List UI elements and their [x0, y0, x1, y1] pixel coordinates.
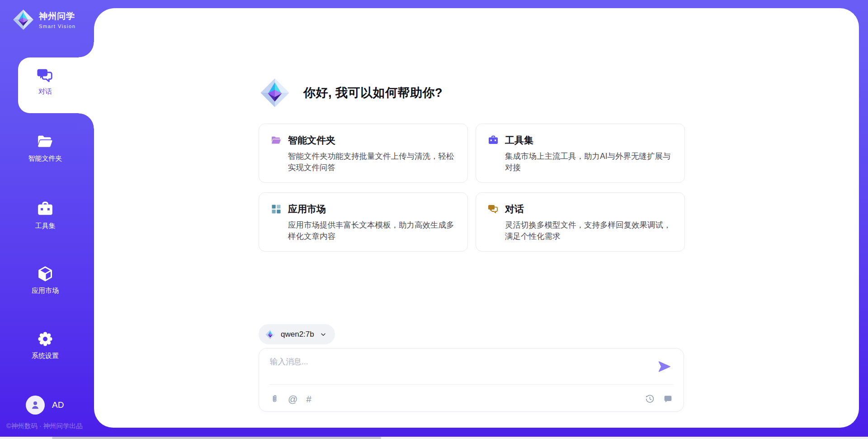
composer-divider	[269, 384, 674, 385]
sidebar-item-label: 应用市场	[32, 286, 59, 295]
sidebar-item-chat[interactable]: 对话	[18, 57, 94, 113]
card-description: 集成市场上主流工具，助力AI与外界无缝扩展与对接	[505, 151, 673, 174]
gem-diamond-icon	[13, 9, 34, 30]
sidebar-item-tools[interactable]: 工具集	[0, 200, 90, 230]
user-name: AD	[52, 400, 64, 410]
hash-icon: #	[306, 394, 311, 404]
gear-icon	[37, 330, 54, 348]
composer-toolbar: @ #	[270, 390, 673, 408]
brand-subtitle: Smart Vision	[39, 24, 75, 29]
model-name: qwen2:7b	[281, 330, 314, 339]
scrollbar-thumb[interactable]	[52, 437, 381, 439]
send-button[interactable]	[658, 360, 671, 373]
history-icon	[645, 394, 655, 404]
gem-diamond-icon	[265, 329, 275, 339]
composer: @ #	[259, 348, 684, 412]
horizontal-scrollbar[interactable]	[0, 437, 868, 439]
cube-icon	[37, 265, 54, 282]
grid-icon	[271, 204, 282, 215]
card-title: 智能文件夹	[288, 134, 335, 147]
feature-card-chat[interactable]: 对话 灵活切换多模型文件，支持多样回复效果调试，满足个性化需求	[476, 192, 685, 252]
chat-icon	[37, 67, 54, 84]
brand-name: 神州问学	[39, 10, 75, 22]
avatar	[26, 396, 45, 415]
greeting: 你好, 我可以如何帮助你?	[260, 78, 443, 108]
gem-diamond-icon	[260, 78, 290, 108]
model-selector[interactable]: qwen2:7b	[259, 324, 335, 344]
paperclip-icon	[270, 394, 279, 404]
sidebar-item-label: 系统设置	[32, 352, 59, 360]
user-icon	[30, 400, 41, 410]
card-description: 应用市场提供丰富长文本模板，助力高效生成多样化文章内容	[288, 220, 456, 243]
mention-button[interactable]: @	[288, 394, 297, 404]
card-title: 对话	[505, 203, 524, 215]
feature-card-folders[interactable]: 智能文件夹 智能文件夹功能支持批量文件上传与清洗，轻松实现文件问答	[259, 124, 468, 183]
active-tab-fillet-top	[79, 42, 94, 57]
toolbox-icon	[37, 200, 54, 218]
feature-card-apps[interactable]: 应用市场 应用市场提供丰富长文本模板，助力高效生成多样化文章内容	[259, 192, 468, 252]
sidebar-item-label: 对话	[38, 87, 52, 96]
comment-icon	[663, 394, 673, 404]
chat-icon	[488, 204, 499, 215]
card-description: 灵活切换多模型文件，支持多样回复效果调试，满足个性化需求	[505, 220, 673, 243]
folder-open-icon	[271, 135, 282, 146]
card-description: 智能文件夹功能支持批量文件上传与清洗，轻松实现文件问答	[288, 151, 456, 174]
user-menu[interactable]: AD	[26, 396, 64, 415]
send-icon	[658, 360, 671, 373]
greeting-title: 你好, 我可以如何帮助你?	[303, 85, 443, 101]
sidebar-item-label: 智能文件夹	[28, 154, 62, 163]
sidebar-footer: ©神州数码 · 神州问学出品	[6, 422, 83, 430]
sidebar-item-label: 工具集	[35, 222, 56, 230]
folder-icon	[37, 133, 54, 150]
history-button[interactable]	[645, 394, 655, 404]
sidebar-item-folders[interactable]: 智能文件夹	[0, 133, 90, 163]
feature-card-tools[interactable]: 工具集 集成市场上主流工具，助力AI与外界无缝扩展与对接	[476, 124, 685, 183]
sidebar: 神州问学 Smart Vision 对话 智能文件夹 工具集 应用市场 系统设置…	[0, 0, 94, 439]
active-tab-fillet-bottom	[79, 113, 94, 129]
topic-button[interactable]: #	[306, 394, 311, 404]
sidebar-item-apps[interactable]: 应用市场	[0, 265, 90, 295]
message-input[interactable]	[270, 356, 650, 381]
toolbox-icon	[488, 135, 499, 146]
card-title: 工具集	[505, 134, 533, 147]
main-panel: 你好, 我可以如何帮助你? 智能文件夹 智能文件夹功能支持批量文件上传与清洗，轻…	[94, 8, 859, 428]
conversation-button[interactable]	[663, 394, 673, 404]
brand: 神州问学 Smart Vision	[13, 9, 75, 30]
at-icon: @	[288, 394, 297, 404]
sidebar-item-settings[interactable]: 系统设置	[0, 330, 90, 360]
chevron-down-icon	[320, 331, 327, 338]
attach-button[interactable]	[270, 394, 279, 404]
card-title: 应用市场	[288, 203, 326, 215]
